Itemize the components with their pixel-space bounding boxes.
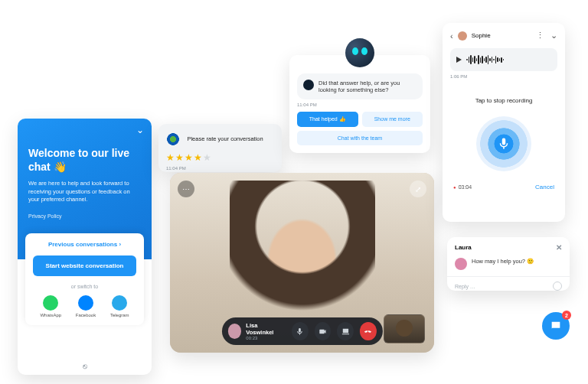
trengo-footer-icon: ⎋ xyxy=(18,362,152,370)
header-menu-icon[interactable]: ⋮ xyxy=(536,31,544,41)
voice-note-bubble[interactable] xyxy=(450,48,557,71)
facebook-icon xyxy=(78,295,93,311)
telegram-icon xyxy=(112,295,127,311)
channel-whatsapp[interactable]: WhatsApp xyxy=(40,295,61,317)
chat-team-button[interactable]: Chat with the team xyxy=(297,131,423,145)
channel-facebook[interactable]: Facebook xyxy=(76,295,96,317)
rating-timestamp: 11:04 PM xyxy=(166,166,274,171)
show-more-button[interactable]: Show me more xyxy=(362,112,423,127)
that-helped-button[interactable]: That helped 👍 xyxy=(297,112,358,127)
rating-prompt: Please rate your conversation xyxy=(187,135,263,142)
privacy-link[interactable]: Privacy Policy xyxy=(28,213,141,219)
bot-mini-avatar xyxy=(303,80,314,90)
chat-launcher-button[interactable]: 2 xyxy=(542,312,570,340)
end-call-button[interactable] xyxy=(360,322,377,340)
channel-list: WhatsApp Facebook Telegram xyxy=(33,295,136,317)
more-options-button[interactable]: ⋯ xyxy=(178,181,194,197)
rating-card: Please rate your conversation ★★★★★ 11:0… xyxy=(158,124,282,172)
expand-icon[interactable]: ⤢ xyxy=(410,181,426,197)
collapse-icon[interactable]: ⌄ xyxy=(136,125,144,135)
agent-message: How may I help you? 🙂 xyxy=(472,258,534,270)
whatsapp-icon xyxy=(43,295,58,311)
recorder-header: ‹ Sophie ⋮ ⌄ xyxy=(450,31,557,41)
mute-button[interactable] xyxy=(292,322,309,340)
call-duration: 00:23 xyxy=(246,336,283,340)
livechat-subtitle: We are here to help and look forward to … xyxy=(28,180,141,204)
recording-prompt: Tap to stop recording xyxy=(450,97,557,104)
emoji-icon[interactable] xyxy=(553,281,562,291)
caller-name: Lisa Voswinkel xyxy=(246,322,283,336)
bot-message-bubble: Did that answer help, or are you looking… xyxy=(297,73,423,99)
back-icon[interactable]: ‹ xyxy=(450,31,453,41)
voice-note-timestamp: 1:06 PM xyxy=(450,74,557,79)
camera-button[interactable] xyxy=(315,322,332,340)
caller-avatar xyxy=(227,324,241,339)
video-control-bar: Lisa Voswinkel 00:23 xyxy=(221,317,382,345)
livechat-body: Previous conversations › Start website c… xyxy=(25,233,144,325)
bot-card: Did that answer help, or are you looking… xyxy=(289,55,430,153)
start-conversation-button[interactable]: Start website conversation xyxy=(33,255,136,276)
screenshare-button[interactable] xyxy=(337,322,354,340)
bot-timestamp: 11:04 PM xyxy=(297,103,423,107)
play-icon[interactable] xyxy=(456,57,462,63)
mini-chat-window: Laura ✕ How may I help you? 🙂 Reply … xyxy=(447,237,570,291)
recording-duration: 03:04 xyxy=(453,184,472,190)
mini-chat-header: Laura ✕ xyxy=(447,237,570,258)
star-rating[interactable]: ★★★★★ xyxy=(166,152,274,163)
channel-telegram[interactable]: Telegram xyxy=(110,295,129,317)
reply-placeholder[interactable]: Reply … xyxy=(455,284,548,289)
record-button[interactable] xyxy=(476,116,531,171)
switch-label: or switch to xyxy=(33,284,136,289)
agent-avatar xyxy=(455,258,467,270)
previous-conversations-link[interactable]: Previous conversations › xyxy=(33,241,136,248)
contact-avatar xyxy=(458,31,467,41)
waveform xyxy=(466,54,551,65)
bot-avatar-icon xyxy=(345,38,374,67)
close-icon[interactable]: ✕ xyxy=(556,243,562,252)
bot-message-text: Did that answer help, or are you looking… xyxy=(318,80,416,93)
agent-name: Laura xyxy=(455,244,472,251)
reply-input-row[interactable]: Reply … xyxy=(447,276,570,295)
voice-recorder-panel: ‹ Sophie ⋮ ⌄ 1:06 PM Tap to stop recordi… xyxy=(443,23,565,222)
caller-info: Lisa Voswinkel 00:23 xyxy=(227,322,285,340)
cancel-recording-button[interactable]: Cancel xyxy=(535,184,554,190)
video-call-window: ⋯ ⤢ Lisa Voswinkel 00:23 xyxy=(170,173,434,353)
brand-logo xyxy=(166,132,180,146)
video-self-view[interactable] xyxy=(384,314,425,343)
notification-badge: 2 xyxy=(562,311,571,320)
livechat-title: Welcome to our live chat 👋 xyxy=(28,146,141,174)
header-chevron-icon[interactable]: ⌄ xyxy=(550,31,557,41)
contact-name: Sophie xyxy=(472,32,491,39)
livechat-widget: ⌄ Welcome to our live chat 👋 We are here… xyxy=(18,119,152,375)
